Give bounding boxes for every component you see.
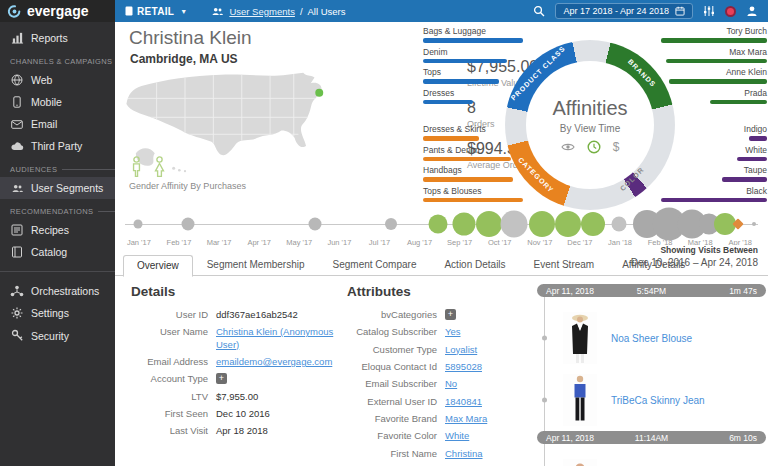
sidebar-item-web[interactable]: Web [0, 69, 115, 91]
view-by-revenue-dollar-icon[interactable]: $ [613, 140, 620, 154]
affinity-bar-item: Indigo [661, 124, 767, 141]
search-icon[interactable] [533, 5, 545, 17]
timeline-visit-dot[interactable] [308, 218, 321, 231]
product-link[interactable]: Noa Sheer Blouse [611, 333, 692, 344]
timeline-visit-dot[interactable] [501, 211, 528, 238]
caret-down-icon: ▼ [180, 8, 187, 15]
row-value-link[interactable]: Loyalist [445, 344, 477, 356]
view-by-views-eye-icon[interactable] [561, 142, 575, 152]
row-value-link[interactable]: No [445, 378, 457, 390]
app-selector-label: RETAIL [137, 6, 174, 17]
product-image[interactable] [563, 374, 597, 426]
timeline-visit-dot[interactable] [182, 218, 195, 231]
product-image[interactable] [563, 312, 597, 364]
sidebar-item-mobile[interactable]: Mobile [0, 91, 115, 113]
sidebar-item-security[interactable]: Security [0, 324, 115, 347]
row-label: First Name [335, 448, 445, 460]
timeline-visit-dot[interactable] [555, 211, 581, 237]
donut-center: Affinities By View Time $ [526, 61, 654, 189]
sidebar-item-email[interactable]: Email [0, 113, 115, 135]
sidebar-item-reports[interactable]: Reports [0, 26, 115, 49]
people-icon [10, 184, 24, 193]
sidebar-item-settings[interactable]: Settings [0, 302, 115, 324]
sidebar-item-user-segments[interactable]: User Segments [0, 177, 115, 199]
app-selector[interactable]: RETAIL ▼ [125, 6, 187, 17]
tab-affinity-details[interactable]: Affinity Details [608, 254, 699, 276]
notification-dot[interactable] [725, 6, 736, 17]
add-value-button[interactable]: + [445, 309, 456, 320]
row-value-link[interactable]: White [445, 430, 469, 442]
row-value-link[interactable]: Christina Klein (Anonymous User) [216, 326, 335, 351]
gender-affinity-label: Gender Affinity By Purchases [129, 181, 246, 191]
timeline-visit-dot[interactable] [611, 217, 626, 232]
add-value-button[interactable]: + [216, 373, 227, 384]
email-icon [10, 120, 24, 129]
table-row: Email Addressemaildemo@evergage.com [121, 356, 335, 368]
affinity-bar-item: White [661, 145, 767, 162]
timeline-visit-dot[interactable] [429, 215, 448, 234]
affinity-bar-item: Max Mara [661, 47, 767, 64]
sidebar-item-recipes[interactable]: Recipes [0, 219, 115, 241]
table-row: Catalog SubscriberYes [335, 326, 537, 338]
row-value-link[interactable]: 5895028 [445, 361, 482, 373]
timeline-month-label: Dec '17 [567, 238, 592, 247]
timeline-visit-dot[interactable] [476, 211, 502, 237]
filter-sliders-icon[interactable] [703, 5, 715, 17]
sidebar-item-third-party[interactable]: Third Party [0, 135, 115, 157]
row-label: Favorite Brand [335, 413, 445, 425]
row-value-link[interactable]: Max Mara [445, 413, 487, 425]
timeline-visit-dot[interactable] [581, 212, 605, 236]
details-panel: User IDddf367ae16ab2542User NameChristin… [121, 309, 335, 443]
row-label: First Seen [121, 408, 216, 420]
product-link[interactable]: TriBeCa Skinny Jean [611, 395, 705, 406]
affinity-bar-label: Taupe [661, 165, 767, 175]
tab-segment-compare[interactable]: Segment Compare [319, 254, 431, 276]
row-value: $7,955.00 [216, 391, 258, 403]
row-value-link[interactable]: Christina [445, 448, 483, 460]
date-range-picker[interactable]: Apr 17 2018 - Apr 24 2018 [555, 3, 693, 19]
timeline-visit-dot[interactable] [452, 213, 475, 236]
breadcrumb: User Segments / All Users [211, 6, 345, 17]
feed-product-item [563, 454, 768, 466]
sidebar-item-label: Settings [31, 307, 69, 319]
feed-session-header[interactable]: Apr 11, 201811:14AM6m 10s [537, 431, 766, 444]
tab-event-stream[interactable]: Event Stream [520, 254, 609, 276]
timeline-visit-dot[interactable] [529, 211, 555, 237]
row-label: Last Visit [121, 425, 216, 437]
sidebar-item-catalog[interactable]: Catalog [0, 241, 115, 263]
affinity-bar [669, 79, 767, 84]
sidebar-item-label: Third Party [31, 140, 82, 152]
row-value-link[interactable]: Yes [445, 326, 461, 338]
tab-overview[interactable]: Overview [123, 255, 193, 277]
breadcrumb-link[interactable]: User Segments [229, 6, 294, 17]
affinity-bar-label: Dresses [423, 88, 523, 98]
affinity-bars-product-class: Bags & LuggageDenimTopsDresses [423, 26, 523, 108]
page-title: Christina Klein [129, 27, 252, 49]
user-segments-icon [211, 7, 224, 16]
affinity-bar [722, 177, 767, 182]
affinity-bar [423, 79, 499, 84]
sidebar-item-orchestrations[interactable]: Orchestrations [0, 280, 115, 302]
timeline-visit-dot[interactable] [385, 218, 397, 230]
row-label: Customer Type [335, 344, 445, 356]
timeline-visit-dot[interactable] [133, 220, 142, 229]
tab-action-details[interactable]: Action Details [430, 254, 519, 276]
product-image[interactable] [563, 459, 597, 466]
affinity-bar-label: Prada [661, 88, 767, 98]
table-row: Last VisitApr 18 2018 [121, 425, 335, 437]
row-value-link[interactable]: emaildemo@evergage.com [216, 356, 332, 368]
view-by-time-clock-icon[interactable] [587, 140, 601, 154]
evergage-logo[interactable]: evergage [0, 0, 115, 22]
affinity-bar [710, 100, 767, 105]
tab-segment-membership[interactable]: Segment Membership [193, 254, 319, 276]
feed-session-header[interactable]: Apr 11, 20185:54PM1m 47s [537, 284, 766, 297]
row-value-link[interactable]: 1840841 [445, 396, 482, 408]
timeline-visit-dot[interactable] [752, 222, 756, 226]
row-label: Eloqua Contact Id [335, 361, 445, 373]
timeline-month-label: Oct '17 [488, 238, 512, 247]
user-profile-icon[interactable] [746, 5, 758, 17]
affinity-bar-item: Tory Burch [661, 26, 767, 43]
table-row: Eloqua Contact Id5895028 [335, 361, 537, 373]
mobile-icon [10, 96, 24, 108]
row-label: Account Type [121, 373, 216, 385]
